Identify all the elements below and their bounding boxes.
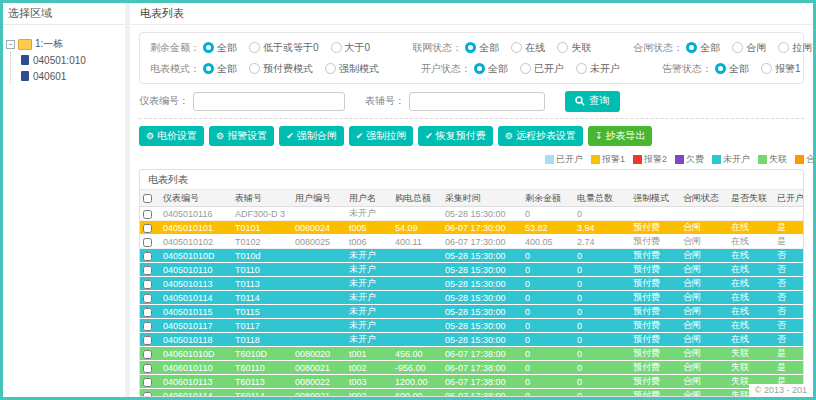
row-checkbox[interactable]	[143, 322, 152, 331]
radio-option[interactable]: 全部	[715, 62, 749, 76]
row-checkbox[interactable]	[143, 266, 152, 275]
aux-number-label: 表辅号：	[365, 94, 405, 108]
legend-swatch	[633, 155, 642, 164]
cell: 2.74	[574, 235, 630, 249]
radio-option[interactable]: 低于或等于0	[249, 41, 319, 55]
row-checkbox[interactable]	[143, 350, 152, 359]
filter-box: 剩余金额：全部低于或等于0大于0联网状态：全部在线失联合闸状态：全部合闸拉闸 电…	[139, 32, 804, 84]
row-checkbox[interactable]	[143, 238, 152, 247]
column-header: 购电总额	[392, 190, 442, 207]
aux-number-input[interactable]	[409, 92, 545, 111]
row-checkbox[interactable]	[143, 294, 152, 303]
radio-icon[interactable]	[249, 63, 260, 74]
tree-node-label[interactable]: 040601	[33, 71, 66, 82]
radio-option[interactable]: 预付费模式	[249, 62, 313, 76]
row-checkbox[interactable]	[143, 210, 152, 219]
radio-icon[interactable]	[520, 63, 531, 74]
row-checkbox[interactable]	[143, 224, 152, 233]
table-row: 040501010DT010d未开户05-28 15:30:0000预付费合闸在…	[140, 249, 804, 263]
radio-option[interactable]: 全部	[203, 41, 237, 55]
tree-node[interactable]: 040501:010	[21, 52, 122, 68]
cell: 0	[574, 207, 630, 221]
cell: 06-07 17:38:00	[442, 375, 522, 389]
force-close-gate-button[interactable]: ✔强制合闸	[279, 126, 344, 146]
radio-icon[interactable]	[576, 63, 587, 74]
radio-option[interactable]: 已开户	[520, 62, 564, 76]
radio-option[interactable]: 失联	[557, 41, 591, 55]
radio-icon[interactable]	[732, 42, 743, 53]
cell: T0101	[232, 221, 292, 235]
select-all-checkbox[interactable]	[143, 194, 152, 203]
column-header: 是否失联	[728, 190, 774, 207]
cell: 否	[774, 249, 804, 263]
radio-icon[interactable]	[761, 63, 772, 74]
cell: 05-28 15:30:00	[442, 249, 522, 263]
radio-option[interactable]: 全部	[686, 41, 720, 55]
radio-icon[interactable]	[331, 42, 342, 53]
cell: 0	[574, 277, 630, 291]
cell: 合闸	[680, 305, 728, 319]
row-checkbox[interactable]	[143, 252, 152, 261]
tree-expand-toggle-icon[interactable]	[6, 40, 15, 49]
legend-item: 报警1	[591, 153, 625, 166]
radio-option[interactable]: 全部	[474, 62, 508, 76]
filter-label: 剩余金额：	[150, 41, 200, 55]
remote-reading-settings-button[interactable]: ⚙远程抄表设置	[498, 126, 583, 146]
radio-icon[interactable]	[325, 63, 336, 74]
radio-option[interactable]: 全部	[203, 62, 237, 76]
radio-icon[interactable]	[715, 63, 726, 74]
radio-option[interactable]: 报警1	[761, 62, 801, 76]
legend-swatch	[795, 155, 804, 164]
tree-node[interactable]: 040601	[21, 68, 122, 84]
row-checkbox[interactable]	[143, 280, 152, 289]
legend-label: 报警1	[602, 153, 625, 166]
radio-option[interactable]: 强制模式	[325, 62, 379, 76]
radio-icon[interactable]	[203, 42, 214, 53]
cell: 预付费	[630, 389, 680, 398]
row-checkbox[interactable]	[143, 378, 152, 387]
query-button-label: 查询	[589, 94, 610, 108]
radio-icon[interactable]	[778, 42, 789, 53]
cell	[630, 207, 680, 221]
radio-option[interactable]: 全部	[465, 41, 499, 55]
alarm-settings-button[interactable]: ⚙报警设置	[209, 126, 274, 146]
force-open-gate-button[interactable]: ✔强制拉闸	[349, 126, 414, 146]
tree-node-label[interactable]: 040501:010	[33, 55, 86, 66]
legend-item: 未开户	[712, 153, 750, 166]
radio-icon[interactable]	[249, 42, 260, 53]
check-icon: ✔	[286, 132, 294, 141]
radio-icon[interactable]	[686, 42, 697, 53]
row-checkbox[interactable]	[143, 364, 152, 373]
tree-node-root[interactable]: 1:一栋	[6, 36, 122, 52]
cell: 05-28 15:30:00	[442, 277, 522, 291]
cell: 0080025	[292, 235, 346, 249]
restore-prepaid-button[interactable]: ✔恢复预付费	[418, 126, 493, 146]
radio-icon[interactable]	[557, 42, 568, 53]
radio-option[interactable]: 未开户	[576, 62, 620, 76]
row-checkbox[interactable]	[143, 336, 152, 345]
radio-option[interactable]: 大于0	[331, 41, 371, 55]
cell	[392, 207, 442, 221]
radio-option[interactable]: 在线	[511, 41, 545, 55]
checkbox-cell	[140, 221, 160, 235]
cell: 合闸	[680, 221, 728, 235]
tree-node-label[interactable]: 1:一栋	[35, 37, 63, 51]
radio-icon[interactable]	[474, 63, 485, 74]
price-settings-button[interactable]: ⚙电价设置	[139, 126, 204, 146]
meter-reading-export-button[interactable]: ↧抄表导出	[588, 126, 653, 146]
meter-number-input[interactable]	[193, 92, 345, 111]
query-button[interactable]: 查询	[565, 91, 620, 112]
meter-table: 仪表编号表辅号用户编号用户名购电总额采集时间剩余金额电量总数强制模式合闸状态是否…	[140, 190, 804, 397]
row-checkbox[interactable]	[143, 308, 152, 317]
cell: T0114	[232, 291, 292, 305]
radio-icon[interactable]	[203, 63, 214, 74]
radio-icon[interactable]	[465, 42, 476, 53]
checkbox-cell	[140, 235, 160, 249]
radio-icon[interactable]	[511, 42, 522, 53]
legend-item: 已开户	[545, 153, 583, 166]
radio-option[interactable]: 拉闸	[778, 41, 812, 55]
checkbox-cell	[140, 319, 160, 333]
cell: -956.00	[392, 361, 442, 375]
row-checkbox[interactable]	[143, 392, 152, 397]
radio-option[interactable]: 合闸	[732, 41, 766, 55]
